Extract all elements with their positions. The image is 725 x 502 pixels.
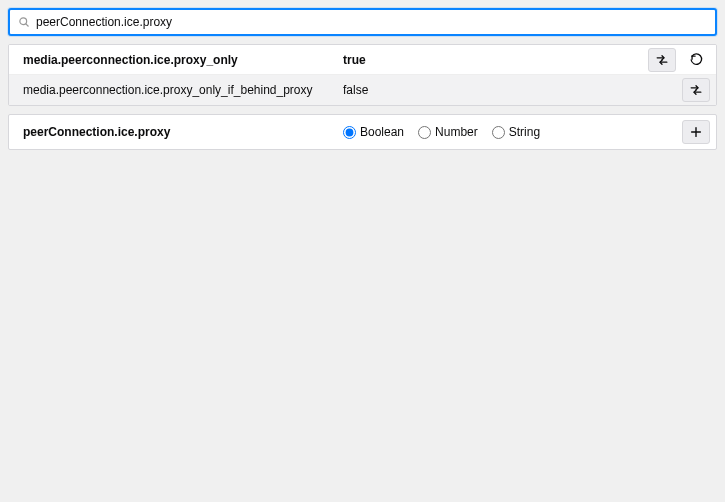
- add-preference-section: peerConnection.ice.proxy Boolean Number …: [8, 114, 717, 150]
- search-icon: [18, 16, 30, 28]
- reset-button[interactable]: [682, 48, 710, 72]
- type-label: Number: [435, 125, 478, 139]
- preference-list: media.peerconnection.ice.proxy_only true…: [8, 44, 717, 106]
- search-input[interactable]: [36, 15, 707, 29]
- preference-value: false: [343, 83, 682, 97]
- preference-row: media.peerconnection.ice.proxy_only true: [9, 45, 716, 75]
- type-radio-string[interactable]: [492, 126, 505, 139]
- svg-line-1: [26, 24, 29, 27]
- svg-point-0: [20, 18, 27, 25]
- add-button[interactable]: [682, 120, 710, 144]
- preference-name: media.peerconnection.ice.proxy_only_if_b…: [23, 83, 343, 97]
- type-radio-boolean[interactable]: [343, 126, 356, 139]
- type-option-string[interactable]: String: [492, 125, 540, 139]
- add-preference-row: peerConnection.ice.proxy Boolean Number …: [9, 115, 716, 149]
- toggle-button[interactable]: [648, 48, 676, 72]
- type-label: Boolean: [360, 125, 404, 139]
- search-bar: [8, 8, 717, 36]
- new-preference-type-group: Boolean Number String: [343, 125, 682, 139]
- type-radio-number[interactable]: [418, 126, 431, 139]
- preference-value: true: [343, 53, 648, 67]
- preference-row: media.peerconnection.ice.proxy_only_if_b…: [9, 75, 716, 105]
- new-preference-name: peerConnection.ice.proxy: [23, 125, 343, 139]
- type-option-number[interactable]: Number: [418, 125, 478, 139]
- preference-name: media.peerconnection.ice.proxy_only: [23, 53, 343, 67]
- type-option-boolean[interactable]: Boolean: [343, 125, 404, 139]
- toggle-button[interactable]: [682, 78, 710, 102]
- type-label: String: [509, 125, 540, 139]
